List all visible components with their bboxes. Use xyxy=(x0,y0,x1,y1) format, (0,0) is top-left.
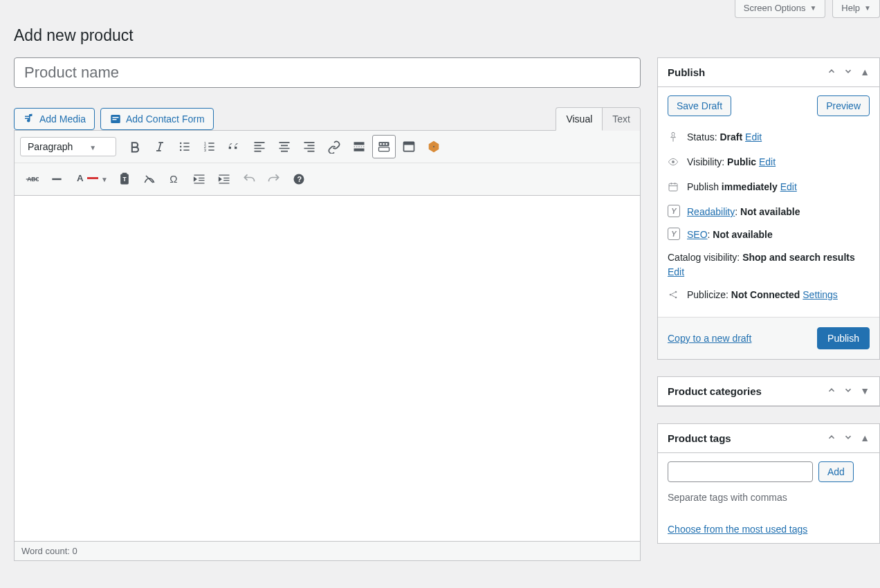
strikethrough-button[interactable]: ABC xyxy=(20,167,44,191)
eye-icon xyxy=(668,156,680,172)
svg-text:T: T xyxy=(122,176,126,183)
svg-rect-15 xyxy=(386,143,388,145)
undo-button[interactable] xyxy=(237,167,261,191)
svg-text:Ω: Ω xyxy=(169,173,177,185)
publish-time-edit-link[interactable]: Edit xyxy=(780,181,797,192)
publicize-value: Not Connected xyxy=(731,289,800,300)
text-color-button[interactable]: A▼ xyxy=(70,167,111,191)
svg-point-5 xyxy=(180,149,182,151)
align-center-button[interactable] xyxy=(273,135,296,158)
svg-text:3: 3 xyxy=(204,148,206,152)
share-icon xyxy=(668,289,680,304)
special-character-button[interactable]: Ω xyxy=(163,167,186,191)
toolbar-toggle-button[interactable] xyxy=(372,135,396,158)
product-categories-header[interactable]: Product categories ▼ xyxy=(658,377,879,406)
publish-button[interactable]: Publish xyxy=(817,327,870,349)
yoast-icon: Y xyxy=(668,228,680,240)
svg-rect-1 xyxy=(112,117,118,118)
product-categories-title: Product categories xyxy=(668,385,762,397)
svg-text:A: A xyxy=(77,173,84,183)
catalog-label: Catalog visibility: xyxy=(668,252,740,263)
move-down-icon[interactable] xyxy=(843,385,853,397)
status-edit-link[interactable]: Edit xyxy=(745,131,762,143)
add-tag-button[interactable]: Add xyxy=(818,461,854,482)
move-up-icon[interactable] xyxy=(827,66,836,78)
move-up-icon[interactable] xyxy=(827,432,836,444)
publish-time-value: immediately xyxy=(722,181,778,192)
add-contact-form-button[interactable]: Add Contact Form xyxy=(100,108,214,130)
outdent-button[interactable] xyxy=(187,167,211,191)
add-contact-form-label: Add Contact Form xyxy=(126,113,205,125)
svg-point-3 xyxy=(180,143,182,145)
publish-header[interactable]: Publish ▲ xyxy=(658,58,879,87)
svg-point-19 xyxy=(433,145,435,147)
catalog-edit-link[interactable]: Edit xyxy=(668,266,684,277)
readability-link[interactable]: Readability xyxy=(687,206,735,217)
svg-point-32 xyxy=(675,297,677,299)
align-left-button[interactable] xyxy=(248,135,271,158)
caret-down-icon: ▼ xyxy=(809,4,816,12)
toggle-icon[interactable]: ▼ xyxy=(860,385,870,397)
clear-formatting-button[interactable] xyxy=(138,167,161,191)
tab-text[interactable]: Text xyxy=(603,107,641,131)
toggle-icon[interactable]: ▲ xyxy=(860,432,870,444)
tag-input[interactable] xyxy=(668,461,813,482)
numbered-list-button[interactable]: 123 xyxy=(198,135,221,158)
move-down-icon[interactable] xyxy=(843,66,853,78)
seo-value: Not available xyxy=(713,229,772,240)
redo-button[interactable] xyxy=(262,167,286,191)
save-draft-button[interactable]: Save Draft xyxy=(668,95,731,116)
visibility-edit-link[interactable]: Edit xyxy=(759,156,776,167)
help-button[interactable]: Help ▼ xyxy=(832,0,880,18)
editor-toolbar: Paragraph ▼ 123 ABC A▼ xyxy=(14,130,641,196)
svg-rect-2 xyxy=(112,119,116,120)
svg-rect-29 xyxy=(669,183,677,191)
svg-point-30 xyxy=(670,294,672,296)
read-more-button[interactable] xyxy=(347,135,371,158)
publish-time-label: Publish xyxy=(687,181,719,192)
toggle-icon[interactable]: ▲ xyxy=(860,66,870,78)
editor-content-area[interactable] xyxy=(14,196,641,542)
format-select[interactable]: Paragraph ▼ xyxy=(20,137,116,156)
bold-button[interactable] xyxy=(123,135,147,158)
status-label: Status: xyxy=(687,131,717,143)
catalog-value: Shop and search results xyxy=(742,252,855,263)
help-button[interactable]: ? xyxy=(287,167,311,191)
svg-rect-12 xyxy=(379,147,389,151)
align-right-button[interactable] xyxy=(297,135,321,158)
seo-link[interactable]: SEO xyxy=(687,229,708,240)
tab-visual[interactable]: Visual xyxy=(556,107,603,131)
camera-music-icon xyxy=(23,113,35,125)
svg-rect-13 xyxy=(380,143,382,145)
add-media-label: Add Media xyxy=(39,113,86,125)
link-button[interactable] xyxy=(322,135,346,158)
fullscreen-button[interactable] xyxy=(397,135,421,158)
product-tags-header[interactable]: Product tags ▲ xyxy=(658,424,879,453)
svg-rect-9 xyxy=(354,142,365,145)
publish-metabox: Publish ▲ Save Draft Preview Status: Dra… xyxy=(657,57,880,360)
product-tags-metabox: Product tags ▲ Add Separate tags with co… xyxy=(657,423,880,544)
move-up-icon[interactable] xyxy=(827,385,836,397)
visibility-value: Public xyxy=(727,156,756,167)
paste-text-button[interactable]: T xyxy=(113,167,136,191)
woocommerce-button[interactable] xyxy=(422,135,446,158)
choose-tags-link[interactable]: Choose from the most used tags xyxy=(668,524,807,535)
product-name-input[interactable] xyxy=(14,57,641,88)
yoast-icon: Y xyxy=(668,205,680,217)
move-down-icon[interactable] xyxy=(843,432,853,444)
bullet-list-button[interactable] xyxy=(173,135,196,158)
caret-down-icon: ▼ xyxy=(89,144,96,151)
indent-button[interactable] xyxy=(212,167,236,191)
add-media-button[interactable]: Add Media xyxy=(14,108,95,130)
svg-rect-23 xyxy=(122,173,127,175)
blockquote-button[interactable] xyxy=(223,135,246,158)
copy-draft-link[interactable]: Copy to a new draft xyxy=(668,333,751,344)
screen-options-button[interactable]: Screen Options ▼ xyxy=(735,0,826,18)
horizontal-line-button[interactable] xyxy=(45,167,68,191)
italic-button[interactable] xyxy=(148,135,172,158)
caret-down-icon: ▼ xyxy=(864,4,871,12)
publicize-settings-link[interactable]: Settings xyxy=(803,289,838,300)
visibility-label: Visibility: xyxy=(687,156,724,167)
svg-point-28 xyxy=(672,160,675,163)
preview-button[interactable]: Preview xyxy=(817,95,870,116)
